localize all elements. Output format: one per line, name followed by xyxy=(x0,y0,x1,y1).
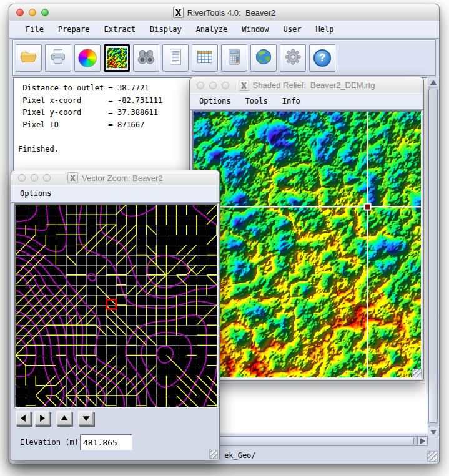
scroll-up-button[interactable] xyxy=(428,77,438,87)
help-icon: ? xyxy=(313,49,331,67)
calculator-button[interactable] xyxy=(221,44,247,72)
window-controls xyxy=(197,82,229,89)
list-view-button[interactable] xyxy=(162,44,189,72)
table-view-button[interactable] xyxy=(192,44,218,72)
pan-down-button[interactable] xyxy=(78,411,94,425)
shaded-relief-map[interactable] xyxy=(194,112,421,377)
open-folder-icon xyxy=(19,47,38,69)
minimize-button[interactable] xyxy=(31,174,38,182)
down-arrow-icon xyxy=(430,430,437,435)
zoom-button[interactable] xyxy=(41,9,49,16)
printer-icon xyxy=(49,47,67,69)
zoom-button[interactable] xyxy=(222,82,229,89)
dem-map-button[interactable] xyxy=(104,44,130,72)
sr-menu-tools[interactable]: Tools xyxy=(245,97,268,105)
vector-zoom-frame xyxy=(14,203,218,408)
vector-zoom-canvas[interactable] xyxy=(16,205,217,407)
vector-zoom-title: Vector Zoom: Beaver2 xyxy=(82,173,162,183)
vertical-scroll-thumb[interactable] xyxy=(428,89,438,423)
x11-icon xyxy=(239,80,249,91)
shaded-relief-menubar: OptionsToolsInfo xyxy=(190,93,423,110)
help-button[interactable]: ? xyxy=(309,44,335,72)
sr-menu-options[interactable]: Options xyxy=(199,97,231,105)
down-triangle-icon xyxy=(82,415,90,422)
main-window-title: RiverTools 4.0: Beaver2 xyxy=(187,8,276,17)
shaded-relief-titlebar[interactable]: Shaded Relief: Beaver2_DEM.rtg xyxy=(190,77,423,94)
print-button[interactable] xyxy=(45,44,71,72)
gear-icon xyxy=(284,47,302,69)
menu-file[interactable]: File xyxy=(26,25,44,34)
elevation-label: Elevation (m): xyxy=(20,438,83,447)
menu-prepare[interactable]: Prepare xyxy=(58,25,90,34)
window-controls xyxy=(18,174,51,182)
table-view-icon xyxy=(195,47,214,69)
shaded-relief-map-frame xyxy=(192,110,422,379)
sr-menu-info[interactable]: Info xyxy=(282,97,300,105)
vertical-scrollbar[interactable] xyxy=(428,77,438,437)
x11-icon xyxy=(67,172,78,183)
minimize-button[interactable] xyxy=(29,9,36,16)
close-button[interactable] xyxy=(197,82,204,89)
globe-icon xyxy=(254,47,273,69)
menu-user[interactable]: User xyxy=(284,25,302,34)
open-folder-button[interactable] xyxy=(16,44,42,72)
minimize-button[interactable] xyxy=(209,82,217,89)
settings-button[interactable] xyxy=(280,44,306,72)
list-view-icon xyxy=(166,47,185,69)
left-triangle-icon xyxy=(20,415,27,422)
pan-right-button[interactable] xyxy=(34,411,50,425)
vector-zoom-window: Vector Zoom: Beaver2 Options Elevation (… xyxy=(11,170,220,460)
globe-button[interactable] xyxy=(250,44,277,72)
vz-menu-options[interactable]: Options xyxy=(20,189,52,198)
help-glyph: ? xyxy=(319,52,325,63)
menu-extract[interactable]: Extract xyxy=(104,25,136,34)
shaded-relief-window: Shaded Relief: Beaver2_DEM.rtg OptionsTo… xyxy=(189,77,424,381)
color-wheel-icon xyxy=(78,49,97,67)
x11-icon xyxy=(173,7,184,18)
vector-zoom-resize-grip[interactable] xyxy=(209,450,218,459)
right-triangle-icon xyxy=(39,415,46,422)
up-arrow-icon xyxy=(430,80,437,85)
menu-help[interactable]: Help xyxy=(315,25,333,34)
shaded-relief-title: Shaded Relief: Beaver2_DEM.rtg xyxy=(253,80,375,90)
menu-analyze[interactable]: Analyze xyxy=(196,25,228,34)
pan-left-button[interactable] xyxy=(16,411,31,425)
main-toolbar: ? xyxy=(12,39,436,76)
main-titlebar[interactable]: RiverTools 4.0: Beaver2 xyxy=(9,4,439,21)
main-menubar: FilePrepareExtractDisplayAnalyzeWindowUs… xyxy=(9,21,439,39)
vector-zoom-titlebar[interactable]: Vector Zoom: Beaver2 xyxy=(11,170,219,186)
zoom-button[interactable] xyxy=(43,174,51,182)
shaded-relief-resize-grip[interactable] xyxy=(412,369,422,377)
close-button[interactable] xyxy=(18,174,26,182)
window-controls xyxy=(16,9,49,16)
up-triangle-icon xyxy=(61,415,68,422)
status-path-text: ek_Geo/ xyxy=(224,451,256,460)
menu-window[interactable]: Window xyxy=(242,25,269,34)
calculator-icon xyxy=(225,47,244,69)
main-resize-grip[interactable] xyxy=(427,451,438,462)
menu-display[interactable]: Display xyxy=(150,25,182,34)
scroll-down-button[interactable] xyxy=(428,427,438,437)
right-arrow-icon xyxy=(420,438,425,444)
vector-zoom-menubar: Options xyxy=(11,185,219,203)
binoculars-icon xyxy=(137,47,155,69)
elevation-input[interactable] xyxy=(80,434,132,450)
color-wheel-button[interactable] xyxy=(74,44,101,72)
close-button[interactable] xyxy=(16,9,24,16)
pan-up-button[interactable] xyxy=(56,411,72,425)
dem-map-icon xyxy=(107,48,127,68)
binoculars-button[interactable] xyxy=(133,44,159,72)
